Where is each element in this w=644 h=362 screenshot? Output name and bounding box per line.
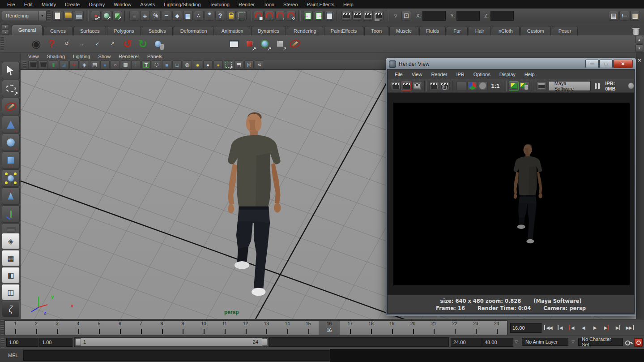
paint-select-tool[interactable] (2, 98, 20, 115)
scale-tool[interactable] (2, 151, 20, 169)
display-real-size-icon[interactable] (537, 81, 546, 91)
step-back-frame-button[interactable]: ◀ (554, 322, 566, 333)
rgb-channels-icon[interactable] (467, 81, 477, 91)
viewport-menu-item[interactable]: Lighting (69, 53, 94, 60)
snap-to-planes-icon[interactable] (286, 11, 296, 21)
play-forwards-button[interactable]: ▶ (589, 322, 601, 333)
isolate-select-icon[interactable] (152, 60, 161, 69)
pan-zoom-icon[interactable] (69, 60, 79, 69)
select-object-icon[interactable] (102, 11, 111, 21)
maximize-button[interactable]: □ (599, 60, 613, 68)
menu-item[interactable]: Paint Effects (302, 0, 339, 9)
menu-item[interactable]: Toon (259, 0, 279, 9)
shelf-tab[interactable]: Animation (215, 26, 250, 35)
viewport-toolbar-grip[interactable] (23, 61, 26, 69)
group-icon[interactable] (197, 37, 210, 51)
playback-range-slider[interactable]: 1 24 (74, 337, 269, 347)
tool-settings-toggle-icon[interactable] (619, 11, 629, 21)
render-view-menu-item[interactable]: Display (495, 71, 520, 78)
menu-item[interactable]: Display (84, 0, 109, 9)
lasso-tool[interactable] (2, 80, 20, 97)
frame-cell[interactable]: 23 (465, 321, 486, 335)
camera-pan-icon[interactable] (75, 37, 89, 51)
attribute-editor-toggle-icon[interactable] (609, 11, 618, 21)
smooth-shade-mode-icon[interactable] (90, 60, 99, 69)
zoom-ratio-label[interactable]: 1:1 (491, 82, 499, 89)
step-forward-key-button[interactable]: ▶ (601, 322, 612, 333)
frame-cell[interactable]: 15 (298, 321, 319, 335)
timeline-grip[interactable] (0, 320, 4, 335)
viewport-menu-item[interactable]: Show (94, 53, 115, 60)
assign-shader-icon[interactable] (243, 37, 256, 51)
select-tool[interactable] (2, 62, 20, 79)
mask-curves-icon[interactable] (162, 11, 171, 21)
default-material-icon[interactable] (183, 60, 192, 69)
frame-cell[interactable]: 10 (193, 321, 214, 335)
snap-to-points-icon[interactable] (275, 11, 285, 21)
menu-item[interactable]: Window (109, 0, 136, 9)
selection-highlight-icon[interactable] (224, 60, 233, 69)
select-camera-icon[interactable] (28, 60, 38, 69)
split-pane-layout[interactable] (2, 284, 20, 300)
ambient-light-icon[interactable] (193, 60, 202, 69)
camera-orbit-icon[interactable] (60, 37, 73, 51)
frame-cell[interactable]: 24 (486, 321, 507, 335)
go-to-end-button[interactable]: ▶▶ (624, 322, 635, 333)
range-end-handle[interactable] (262, 338, 268, 346)
go-to-start-button[interactable]: ◀◀ (542, 322, 554, 333)
menu-item[interactable]: File (3, 0, 20, 9)
redo-icon[interactable] (136, 37, 149, 51)
hypergraph-layout[interactable] (2, 301, 20, 317)
shelf-tab[interactable]: Poser (552, 26, 578, 35)
playback-start-field[interactable] (39, 338, 73, 347)
shelf-tab[interactable]: nCloth (492, 26, 520, 35)
shelf-tab[interactable]: PaintEffects (324, 26, 364, 35)
renderer-selector[interactable]: Maya Software (549, 81, 591, 91)
menu-item[interactable]: Lighting/Shading (159, 0, 205, 9)
frame-cell[interactable]: 17 (340, 321, 361, 335)
camera-fly-icon[interactable] (106, 37, 119, 51)
rangebar-grip[interactable] (1, 338, 4, 349)
shelf-tab[interactable]: Subdivs (142, 26, 173, 35)
remove-image-icon[interactable] (520, 81, 529, 91)
soft-mod-tool[interactable] (2, 187, 20, 205)
z-coordinate-field[interactable] (490, 11, 514, 21)
camera-roll-icon[interactable] (90, 37, 104, 51)
frame-ruler[interactable]: 1234567891011121314151616171819202122232… (4, 320, 508, 335)
frame-cell[interactable]: 11 (214, 321, 235, 335)
close-icon[interactable]: × (638, 57, 641, 64)
frame-cell[interactable]: 2 (26, 321, 47, 335)
toolbar-grip[interactable] (47, 9, 51, 22)
frame-cell[interactable]: 19 (382, 321, 403, 335)
menu-item[interactable]: Modify (37, 0, 60, 9)
shelf-arrow-icon[interactable]: ▾ (2, 30, 9, 34)
mask-points-icon[interactable] (140, 11, 150, 21)
menu-item[interactable]: Edit (20, 0, 37, 9)
shelf-tab[interactable]: Fur (447, 26, 468, 35)
save-scene-icon[interactable] (74, 11, 84, 21)
parent-icon[interactable] (166, 37, 180, 51)
keep-image-icon[interactable] (509, 81, 519, 91)
character-model[interactable] (209, 108, 298, 300)
render-region-icon[interactable] (456, 81, 466, 91)
polygon-cube-icon[interactable] (273, 37, 286, 51)
shelf-grip[interactable] (0, 36, 4, 51)
new-scene-icon[interactable] (52, 11, 62, 21)
image-plane-icon[interactable] (59, 60, 68, 69)
rotate-tool[interactable] (2, 134, 20, 151)
frame-cell[interactable]: 13 (256, 321, 277, 335)
pause-ipr-icon[interactable] (593, 81, 602, 91)
range-start-handle[interactable] (75, 338, 81, 346)
minimize-button[interactable]: — (585, 60, 599, 68)
mask-deformations-icon[interactable] (183, 11, 193, 21)
shelf-tab[interactable]: Curves (43, 26, 73, 35)
select-hierarchy-icon[interactable] (91, 11, 101, 21)
open-render-view-icon[interactable] (341, 11, 351, 21)
open-scene-icon[interactable] (63, 11, 73, 21)
mask-surfaces-icon[interactable] (172, 11, 182, 21)
frame-cell[interactable]: 7 (131, 321, 152, 335)
shelf-menu-buttons[interactable]: ▾▾ (2, 24, 9, 34)
mel-command-input[interactable] (23, 350, 332, 361)
duplicate-object-icon[interactable] (258, 37, 271, 51)
four-pane-layout[interactable] (2, 250, 20, 266)
